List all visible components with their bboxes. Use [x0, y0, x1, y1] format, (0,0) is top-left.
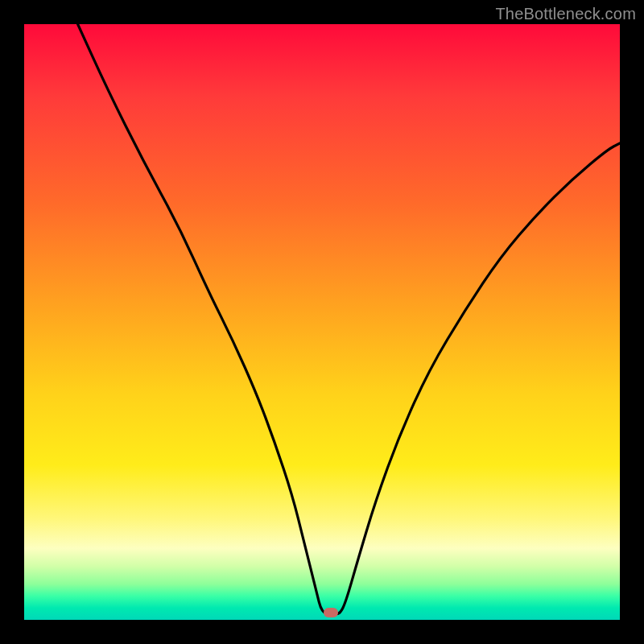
plot-area: [24, 24, 620, 620]
bottleneck-curve: [24, 24, 620, 620]
optimum-marker: [324, 608, 338, 617]
chart-stage: TheBottleneck.com: [0, 0, 644, 644]
watermark-text: TheBottleneck.com: [495, 5, 636, 23]
